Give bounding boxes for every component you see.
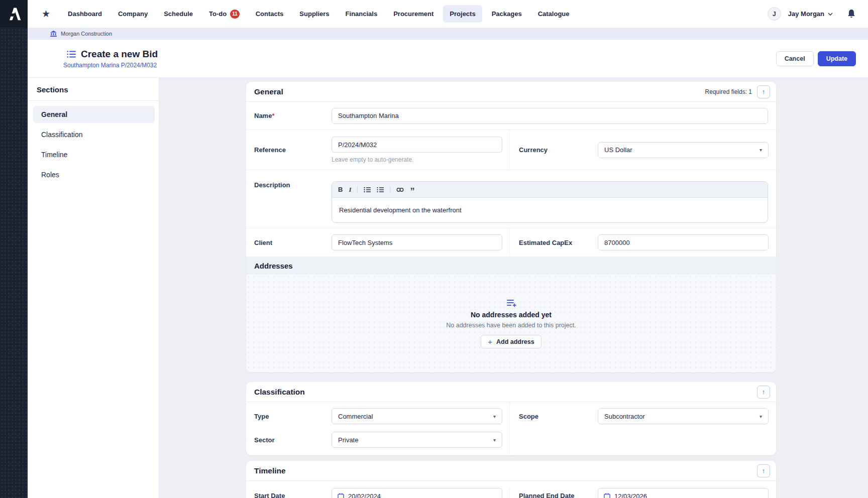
- nav-item-suppliers[interactable]: Suppliers: [293, 5, 336, 23]
- user-name-label: Jay Morgan: [788, 10, 824, 18]
- calendar-icon: [604, 493, 610, 498]
- addresses-empty-subtitle: No addresses have been added to this pro…: [446, 322, 576, 329]
- type-label: Type: [254, 413, 332, 420]
- arrow-up-icon: ↑: [762, 467, 766, 474]
- page-title: Create a new Bid: [81, 49, 158, 60]
- scope-select[interactable]: Subcontractor ▾: [598, 408, 769, 424]
- brand-rail: [0, 0, 28, 498]
- arrow-up-icon: ↑: [762, 88, 766, 95]
- sector-value: Private: [338, 436, 358, 444]
- type-select[interactable]: Commercial ▾: [332, 408, 502, 424]
- italic-icon[interactable]: I: [349, 186, 351, 194]
- name-label: Name*: [254, 112, 332, 119]
- description-text[interactable]: Residential development on the waterfron…: [332, 198, 768, 222]
- addresses-subheader: Addresses: [246, 257, 776, 275]
- arrow-up-icon: ↑: [762, 388, 766, 396]
- nav-item-procurement[interactable]: Procurement: [387, 5, 440, 23]
- required-asterisk: *: [272, 112, 274, 119]
- type-value: Commercial: [338, 413, 373, 420]
- bid-list-icon: [67, 50, 76, 58]
- cancel-button[interactable]: Cancel: [776, 51, 814, 66]
- sidebar-item-roles[interactable]: Roles: [33, 166, 155, 183]
- nav-item-dashboard[interactable]: Dashboard: [61, 5, 108, 23]
- general-card-title: General: [254, 87, 283, 96]
- bold-icon[interactable]: B: [338, 186, 343, 193]
- caret-down-icon: ▾: [493, 414, 496, 419]
- add-address-button[interactable]: + Add address: [481, 335, 541, 348]
- start-date-input[interactable]: 20/02/2024: [332, 488, 502, 498]
- favorites-star-icon[interactable]: ★: [42, 8, 50, 20]
- nav-item-schedule[interactable]: Schedule: [157, 5, 199, 23]
- start-date-value: 20/02/2024: [348, 492, 381, 498]
- client-input[interactable]: [332, 234, 502, 251]
- nav-item-packages[interactable]: Packages: [485, 5, 528, 23]
- todo-count-badge: 11: [230, 10, 240, 19]
- classification-card-title: Classification: [254, 388, 305, 397]
- add-address-label: Add address: [496, 338, 534, 345]
- end-date-label: Planned End Date: [519, 488, 598, 498]
- brand-logo-icon: [6, 6, 23, 23]
- bullet-list-icon[interactable]: [377, 187, 384, 193]
- timeline-card: Timeline ↑ Start Date: [246, 461, 776, 498]
- end-date-input[interactable]: 12/03/2026: [598, 488, 769, 498]
- user-menu[interactable]: Jay Morgan: [788, 10, 833, 18]
- description-editor[interactable]: B I: [332, 181, 768, 223]
- plus-icon: +: [488, 337, 492, 346]
- sidebar-item-general[interactable]: General: [33, 106, 155, 123]
- capex-input[interactable]: [598, 234, 769, 251]
- breadcrumb-company[interactable]: Morgan Construction: [61, 31, 112, 37]
- sections-title: Sections: [28, 78, 159, 101]
- nav-item-catalogue[interactable]: Catalogue: [531, 5, 576, 23]
- addresses-empty-state: No addresses added yet No addresses have…: [246, 275, 776, 372]
- sidebar-item-classification[interactable]: Classification: [33, 126, 155, 143]
- blockquote-icon[interactable]: ”: [410, 186, 414, 194]
- project-reference-link[interactable]: Southampton Marina P/2024/M032: [63, 62, 158, 69]
- collapse-classification-button[interactable]: ↑: [757, 386, 770, 399]
- required-fields-note: Required fields: 1: [705, 88, 752, 95]
- client-label: Client: [254, 239, 332, 246]
- page-title-block: Create a new Bid Southampton Marina P/20…: [63, 49, 158, 69]
- classification-card: Classification ↑ Type Commercial ▾: [246, 382, 776, 455]
- sector-select[interactable]: Private ▾: [332, 432, 502, 448]
- collapse-general-button[interactable]: ↑: [757, 85, 770, 98]
- update-button[interactable]: Update: [818, 51, 856, 66]
- ordered-list-icon[interactable]: [364, 187, 371, 193]
- form-scroll-area[interactable]: General Required fields: 1 ↑ Name*: [159, 78, 868, 498]
- top-nav: ★ Dashboard Company Schedule To-do 11 Co…: [28, 0, 868, 28]
- nav-item-todo-label: To-do: [209, 10, 227, 18]
- nav-item-contacts[interactable]: Contacts: [249, 5, 290, 23]
- chevron-down-icon: [828, 13, 833, 16]
- end-date-value: 12/03/2026: [614, 492, 647, 498]
- name-input[interactable]: [332, 108, 768, 124]
- user-avatar[interactable]: J: [768, 7, 781, 21]
- content-area: Sections General Classification Timeline…: [28, 78, 868, 498]
- app-logo[interactable]: [0, 0, 28, 28]
- currency-select[interactable]: US Dollar ▾: [598, 142, 769, 158]
- sections-sidebar: Sections General Classification Timeline…: [28, 78, 159, 498]
- toolbar-divider: [357, 186, 358, 193]
- nav-right: J Jay Morgan: [768, 7, 856, 21]
- capex-label: Estimated CapEx: [519, 239, 598, 246]
- link-icon[interactable]: [396, 187, 404, 192]
- breadcrumb: Morgan Construction: [28, 28, 868, 40]
- sector-label: Sector: [254, 436, 332, 444]
- company-bank-icon: [50, 31, 57, 37]
- calendar-icon: [338, 493, 344, 498]
- toolbar-divider: [390, 186, 390, 193]
- addresses-empty-title: No addresses added yet: [471, 311, 552, 319]
- reference-label: Reference: [254, 146, 332, 154]
- notifications-bell-icon[interactable]: [847, 9, 856, 19]
- caret-down-icon: ▾: [493, 437, 496, 443]
- list-plus-icon: [506, 299, 517, 308]
- start-date-label: Start Date: [254, 488, 332, 498]
- scope-value: Subcontractor: [604, 413, 645, 420]
- sidebar-item-timeline[interactable]: Timeline: [33, 146, 155, 163]
- page-header: Create a new Bid Southampton Marina P/20…: [28, 40, 868, 78]
- reference-input[interactable]: [332, 137, 502, 153]
- scope-label: Scope: [519, 413, 598, 420]
- nav-item-todo[interactable]: To-do 11: [202, 5, 246, 24]
- nav-item-projects[interactable]: Projects: [443, 5, 482, 23]
- collapse-timeline-button[interactable]: ↑: [757, 464, 770, 477]
- nav-item-company[interactable]: Company: [112, 5, 154, 23]
- nav-item-financials[interactable]: Financials: [339, 5, 384, 23]
